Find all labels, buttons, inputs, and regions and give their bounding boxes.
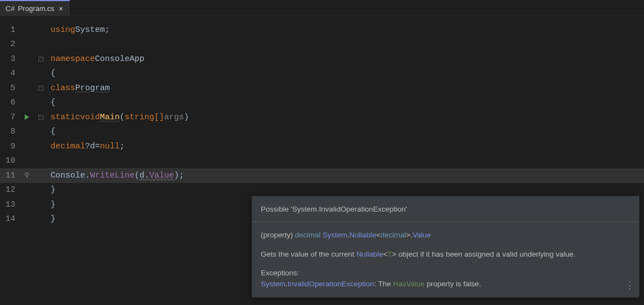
marker-cell bbox=[19, 52, 35, 66]
tooltip-warning-text: Possible 'System.InvalidOperationExcepti… bbox=[261, 205, 407, 213]
marker-cell[interactable] bbox=[19, 110, 35, 125]
punctuation: ( bbox=[120, 113, 125, 122]
marker-cell bbox=[19, 23, 35, 37]
line-number: 4 bbox=[0, 66, 19, 81]
fold-column: − − − bbox=[35, 16, 46, 305]
info-tooltip: Possible 'System.InvalidOperationExcepti… bbox=[251, 196, 640, 298]
fold-cell bbox=[35, 23, 46, 37]
brace: } bbox=[51, 185, 55, 195]
code-line: class Program bbox=[46, 81, 644, 96]
tooltip-exceptions: Exceptions:System.InvalidOperationExcept… bbox=[261, 268, 630, 290]
punctuation: ) bbox=[184, 113, 189, 122]
brace: { bbox=[51, 127, 55, 136]
fold-cell bbox=[35, 96, 46, 110]
code-line: static void Main(string[] args) bbox=[46, 110, 644, 125]
line-number: 10 bbox=[0, 154, 19, 169]
tab-bar: C# Program.cs × bbox=[0, 0, 644, 16]
keyword: static bbox=[51, 113, 80, 122]
code-line bbox=[46, 37, 644, 52]
line-number: 11 bbox=[0, 168, 19, 183]
fold-cell bbox=[35, 66, 46, 81]
identifier: System bbox=[75, 25, 105, 35]
fold-cell bbox=[35, 197, 46, 212]
lightbulb-icon bbox=[23, 171, 31, 179]
tab-close-icon[interactable]: × bbox=[58, 4, 64, 13]
variable: d bbox=[139, 171, 144, 180]
keyword: void bbox=[80, 113, 100, 122]
line-number: 14 bbox=[0, 212, 19, 227]
code-line: { bbox=[46, 96, 644, 110]
brace: } bbox=[51, 200, 55, 209]
marker-cell bbox=[19, 81, 35, 96]
code-line: { bbox=[46, 125, 644, 140]
marker-cell[interactable] bbox=[19, 168, 35, 183]
property: Value bbox=[149, 171, 174, 180]
marker-cell bbox=[19, 183, 35, 198]
line-number: 6 bbox=[0, 96, 19, 110]
line-number: 12 bbox=[0, 183, 19, 198]
punctuation: ; bbox=[179, 171, 184, 180]
punctuation: ) bbox=[174, 171, 179, 180]
fold-cell bbox=[35, 212, 46, 227]
fold-minus-icon: − bbox=[38, 115, 43, 120]
identifier: Console bbox=[51, 171, 85, 180]
method: WriteLine bbox=[90, 171, 135, 180]
marker-cell bbox=[19, 212, 35, 227]
tab-language-label: C# bbox=[5, 4, 15, 13]
class-name: Program bbox=[75, 84, 110, 93]
marker-column bbox=[19, 16, 35, 305]
fold-cell[interactable]: − bbox=[35, 110, 46, 125]
code-line: namespace ConsoleApp bbox=[46, 52, 644, 66]
code-line: using System; bbox=[46, 23, 644, 37]
punctuation: ( bbox=[135, 171, 139, 180]
line-number-gutter: 1 2 3 4 5 6 7 8 9 10 11 12 13 14 bbox=[0, 16, 19, 305]
line-number: 2 bbox=[0, 37, 19, 52]
punctuation: . bbox=[144, 171, 149, 180]
tooltip-header: Possible 'System.InvalidOperationExcepti… bbox=[252, 196, 639, 222]
keyword: null bbox=[100, 142, 120, 151]
line-number: 3 bbox=[0, 52, 19, 66]
marker-cell bbox=[19, 139, 35, 154]
code-line: { bbox=[46, 66, 644, 81]
fold-cell bbox=[35, 125, 46, 140]
identifier: ConsoleApp bbox=[95, 54, 144, 64]
operator: = bbox=[95, 142, 100, 151]
marker-cell bbox=[19, 96, 35, 110]
marker-cell bbox=[19, 37, 35, 52]
punctuation: ? bbox=[85, 142, 90, 151]
punctuation: ; bbox=[105, 25, 110, 35]
keyword: using bbox=[51, 25, 75, 35]
method-name: Main bbox=[100, 113, 120, 122]
param-name: args bbox=[164, 113, 184, 122]
marker-cell bbox=[19, 125, 35, 140]
run-icon bbox=[25, 114, 29, 120]
brace: { bbox=[51, 98, 55, 107]
line-number: 7 bbox=[0, 110, 19, 125]
marker-cell bbox=[19, 154, 35, 169]
line-number: 9 bbox=[0, 139, 19, 154]
tooltip-signature: (property) decimal System.Nullable<decim… bbox=[261, 230, 630, 241]
punctuation: . bbox=[85, 171, 90, 180]
fold-cell bbox=[35, 154, 46, 169]
marker-cell bbox=[19, 66, 35, 81]
line-number: 8 bbox=[0, 125, 19, 140]
keyword: class bbox=[51, 84, 75, 93]
fold-cell[interactable]: − bbox=[35, 81, 46, 96]
tooltip-description: Gets the value of the current Nullable<T… bbox=[261, 249, 630, 260]
file-tab[interactable]: C# Program.cs × bbox=[0, 0, 70, 16]
fold-cell[interactable]: − bbox=[35, 52, 46, 66]
type: decimal bbox=[51, 142, 85, 151]
tab-filename: Program.cs bbox=[18, 4, 54, 13]
variable: d bbox=[90, 142, 95, 151]
fold-minus-icon: − bbox=[38, 86, 43, 91]
punctuation: ; bbox=[120, 142, 125, 151]
line-number: 1 bbox=[0, 23, 19, 37]
tooltip-more-icon[interactable]: ⋮ bbox=[625, 278, 635, 293]
brace: { bbox=[51, 69, 55, 78]
fold-cell bbox=[35, 37, 46, 52]
brace: } bbox=[51, 214, 55, 224]
fold-cell bbox=[35, 168, 46, 183]
fold-cell bbox=[35, 183, 46, 198]
tooltip-body: (property) decimal System.Nullable<decim… bbox=[252, 222, 639, 297]
line-number: 5 bbox=[0, 81, 19, 96]
